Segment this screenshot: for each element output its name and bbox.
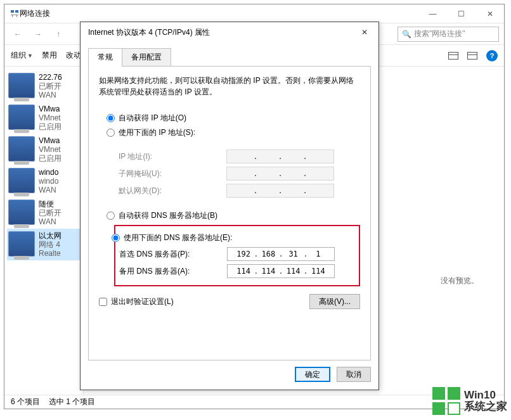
- dialog-titlebar: Internet 协议版本 4 (TCP/IPv4) 属性 ✕: [81, 22, 378, 42]
- connection-item[interactable]: 以太网 网络 4 Realte: [7, 229, 83, 260]
- preview-pane-toggle[interactable]: [467, 52, 477, 60]
- dns-manual-group: 使用下面的 DNS 服务器地址(E): 首选 DNS 服务器(P): 192. …: [114, 225, 360, 286]
- description-text: 如果网络支持此功能，则可以获取自动指派的 IP 设置。否则，你需要从网络系统管理…: [99, 75, 360, 98]
- ip-address-input: ...: [226, 150, 334, 163]
- ip-auto-label: 自动获得 IP 地址(O): [119, 113, 186, 124]
- conn-device: 已启用: [39, 122, 61, 131]
- ip-address-label: IP 地址(I):: [119, 151, 226, 162]
- conn-status: VMnet: [39, 145, 61, 154]
- validate-on-exit-checkbox[interactable]: 退出时验证设置(L): [99, 296, 174, 307]
- search-placeholder: 搜索"网络连接": [414, 29, 465, 39]
- conn-name: VMwa: [39, 136, 61, 145]
- watermark-line1: Win10: [464, 390, 507, 401]
- watermark-line2: 系统之家: [464, 401, 507, 412]
- dns-manual-radio[interactable]: 使用下面的 DNS 服务器地址(E):: [112, 232, 355, 243]
- status-bar: 6 个项目 选中 1 个项目: [4, 395, 504, 409]
- default-gateway-input: ...: [226, 184, 334, 198]
- maximize-button[interactable]: ☐: [447, 4, 475, 23]
- conn-status: 已断开: [39, 82, 62, 91]
- dialog-title: Internet 协议版本 4 (TCP/IPv4) 属性: [88, 27, 351, 38]
- conn-name: 以太网: [39, 231, 61, 240]
- disable-button[interactable]: 禁用: [42, 50, 57, 61]
- adapter-icon: [8, 105, 35, 130]
- connection-item[interactable]: 随便 已断开 WAN: [7, 197, 83, 229]
- tab-page-general: 如果网络支持此功能，则可以获取自动指派的 IP 设置。否则，你需要从网络系统管理…: [88, 66, 371, 360]
- conn-status: VMnet: [39, 113, 61, 122]
- minimize-button[interactable]: —: [418, 4, 447, 23]
- conn-device: Realte: [39, 249, 61, 258]
- adapter-icon: [8, 231, 35, 257]
- connection-item[interactable]: windo windo WAN: [7, 165, 83, 197]
- adapter-icon: [8, 136, 35, 162]
- up-button[interactable]: ↑: [50, 26, 67, 42]
- conn-status: 已断开: [39, 208, 61, 217]
- organize-menu[interactable]: 组织▼: [11, 50, 33, 61]
- dns-manual-label: 使用下面的 DNS 服务器地址(E):: [124, 232, 232, 243]
- subnet-mask-label: 子网掩码(U):: [119, 169, 226, 179]
- watermark: Win10 系统之家: [432, 387, 507, 415]
- dns-preferred-input[interactable]: 192. 168. 31. 1: [227, 247, 335, 261]
- close-button[interactable]: ✕: [475, 4, 504, 23]
- dns-preferred-label: 首选 DNS 服务器(P):: [119, 249, 227, 260]
- ip-fields: IP 地址(I): ... 子网掩码(U): ... 默认网关(D): ...: [114, 142, 360, 205]
- dns-auto-radio[interactable]: 自动获得 DNS 服务器地址(B): [107, 210, 360, 221]
- search-input[interactable]: 🔍 搜索"网络连接": [398, 27, 499, 42]
- ip-manual-radio[interactable]: 使用下面的 IP 地址(S):: [107, 127, 360, 138]
- adapter-icon: [8, 73, 35, 98]
- adapter-icon: [8, 200, 35, 225]
- ip-manual-label: 使用下面的 IP 地址(S):: [119, 127, 195, 138]
- titlebar: 网络连接 — ☐ ✕: [4, 4, 504, 23]
- connection-item[interactable]: VMwa VMnet 已启用: [7, 134, 83, 165]
- dns-alternate-input[interactable]: 114. 114. 114. 114: [227, 264, 335, 278]
- search-icon: 🔍: [402, 30, 411, 39]
- dns-auto-label: 自动获得 DNS 服务器地址(B): [119, 210, 217, 221]
- conn-device: WAN: [39, 91, 62, 99]
- no-preview-label: 没有预览。: [441, 276, 479, 286]
- conn-status: windo: [39, 177, 58, 186]
- tab-alternate[interactable]: 备用配置: [122, 48, 171, 66]
- back-button[interactable]: ←: [10, 26, 26, 42]
- conn-status: 网络 4: [39, 240, 61, 249]
- connection-list: 222.76 已断开 WAN VMwa VMnet 已启用 VMwa VMnet: [4, 67, 83, 395]
- dns-alternate-label: 备用 DNS 服务器(A):: [119, 266, 227, 277]
- ok-button[interactable]: 确定: [295, 367, 330, 382]
- window-title: 网络连接: [20, 8, 418, 19]
- ip-auto-radio[interactable]: 自动获得 IP 地址(O): [107, 113, 360, 124]
- dialog-buttons: 确定 取消: [81, 360, 378, 390]
- default-gateway-label: 默认网关(D):: [119, 186, 226, 196]
- tab-general[interactable]: 常规: [88, 48, 122, 66]
- dialog-close-button[interactable]: ✕: [351, 23, 378, 42]
- connection-item[interactable]: VMwa VMnet 已启用: [7, 102, 83, 134]
- conn-device: WAN: [39, 217, 61, 226]
- validate-label: 退出时验证设置(L): [111, 296, 174, 307]
- forward-button[interactable]: →: [30, 26, 46, 42]
- selected-count: 选中 1 个项目: [49, 397, 95, 407]
- conn-name: 222.76: [39, 73, 62, 82]
- tab-strip: 常规 备用配置: [88, 48, 371, 67]
- conn-name: windo: [39, 168, 58, 177]
- item-count: 6 个项目: [11, 397, 40, 407]
- subnet-mask-input: ...: [226, 167, 334, 181]
- advanced-button[interactable]: 高级(V)...: [309, 294, 360, 309]
- watermark-logo-icon: [432, 387, 460, 415]
- view-icon[interactable]: [448, 52, 458, 60]
- cancel-button[interactable]: 取消: [337, 367, 371, 382]
- connection-item[interactable]: 222.76 已断开 WAN: [7, 70, 83, 102]
- adapter-icon: [8, 168, 35, 193]
- conn-name: 随便: [39, 200, 61, 208]
- conn-device: WAN: [39, 186, 58, 194]
- conn-device: 已启用: [39, 154, 61, 163]
- conn-name: VMwa: [39, 105, 61, 113]
- help-icon[interactable]: ?: [486, 50, 498, 61]
- network-icon: [10, 9, 20, 19]
- ipv4-properties-dialog: Internet 协议版本 4 (TCP/IPv4) 属性 ✕ 常规 备用配置 …: [80, 22, 379, 390]
